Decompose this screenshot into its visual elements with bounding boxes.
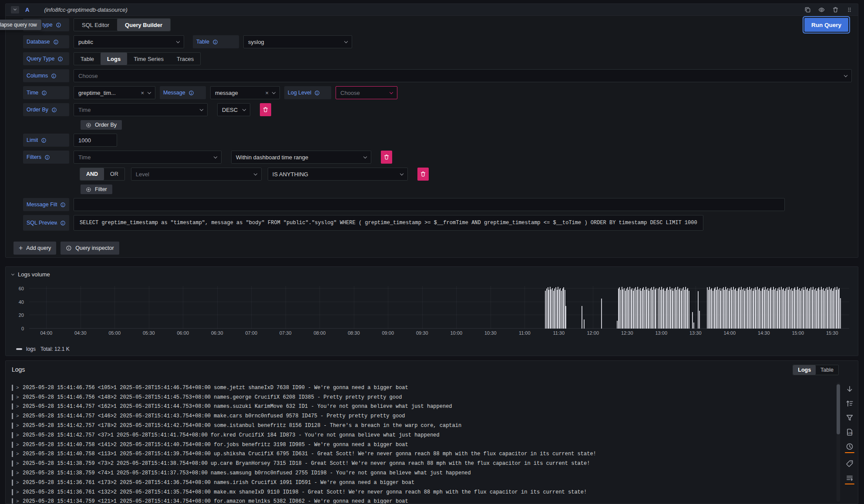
scroll-to-bottom-icon[interactable] bbox=[846, 385, 854, 393]
order-direction-select[interactable]: DESC bbox=[217, 103, 250, 116]
collapse-query-row-button[interactable] bbox=[11, 6, 19, 13]
filter-field-select[interactable]: Time bbox=[74, 151, 222, 164]
condition-operator-select[interactable]: IS ANYTHING bbox=[268, 168, 408, 181]
option-traces[interactable]: Traces bbox=[170, 53, 200, 65]
x-tick-label: 12:30 bbox=[621, 330, 633, 336]
log-row[interactable]: >2025-05-28 15:41:46.756 <105>1 2025-05-… bbox=[12, 383, 830, 393]
clear-icon[interactable]: × bbox=[141, 90, 144, 96]
option-time-series[interactable]: Time Series bbox=[127, 53, 170, 65]
filter-macro-select[interactable]: Within dashboard time range bbox=[231, 151, 371, 164]
info-icon[interactable] bbox=[51, 73, 57, 79]
message-column-select[interactable]: message × bbox=[210, 86, 280, 99]
option-sql-editor[interactable]: SQL Editor bbox=[74, 19, 117, 31]
log-row[interactable]: >2025-05-28 15:41:34.759 <121>1 2025-05-… bbox=[12, 497, 830, 504]
expand-log-row-icon[interactable]: > bbox=[16, 404, 20, 409]
collapse-panel-icon[interactable] bbox=[11, 272, 14, 275]
gridline-vertical bbox=[217, 286, 218, 329]
logs-volume-header: Logs volume bbox=[6, 267, 858, 278]
database-select[interactable]: public bbox=[74, 35, 184, 48]
option-logs[interactable]: Logs bbox=[793, 365, 816, 375]
filter-icon[interactable] bbox=[846, 414, 854, 422]
info-icon[interactable] bbox=[56, 22, 61, 28]
expand-log-row-icon[interactable]: > bbox=[16, 480, 20, 485]
gridline-vertical bbox=[524, 286, 525, 329]
expand-log-row-icon[interactable]: > bbox=[16, 423, 20, 428]
expand-log-row-icon[interactable]: > bbox=[16, 470, 20, 476]
expand-log-row-icon[interactable]: > bbox=[16, 451, 20, 457]
info-icon[interactable] bbox=[188, 90, 194, 96]
info-icon[interactable] bbox=[314, 90, 320, 96]
legend-series-name[interactable]: logs bbox=[26, 346, 36, 352]
order-by-field-select[interactable]: Time bbox=[74, 103, 208, 116]
option-table[interactable]: Table bbox=[74, 53, 101, 65]
condition-field-select[interactable]: Level bbox=[131, 168, 262, 181]
log-row[interactable]: >2025-05-28 15:41:38.759 <73>2 2025-05-2… bbox=[12, 459, 830, 468]
remove-filter-button[interactable] bbox=[381, 151, 392, 164]
expand-log-row-icon[interactable]: > bbox=[16, 433, 20, 438]
log-row[interactable]: >2025-05-28 15:41:44.757 <162>1 2025-05-… bbox=[12, 402, 830, 412]
log-details-icon[interactable]: LOG bbox=[846, 428, 854, 436]
info-icon[interactable] bbox=[57, 56, 63, 62]
info-icon[interactable] bbox=[41, 90, 47, 96]
query-inspector-button[interactable]: Query inspector bbox=[61, 242, 119, 255]
option-query-builder[interactable]: Query Builder bbox=[117, 19, 170, 31]
toolbar-item bbox=[846, 385, 854, 393]
info-icon[interactable] bbox=[53, 39, 59, 45]
remove-order-by-button[interactable] bbox=[260, 103, 271, 116]
gridline-vertical bbox=[81, 286, 81, 329]
message-filter-input[interactable] bbox=[74, 198, 785, 211]
add-filter-button[interactable]: Filter bbox=[81, 185, 112, 194]
expand-log-row-icon[interactable]: > bbox=[16, 385, 20, 390]
expand-log-row-icon[interactable]: > bbox=[16, 413, 20, 419]
time-column-select[interactable]: greptime_tim... × bbox=[74, 86, 155, 99]
columns-select[interactable]: Choose bbox=[74, 69, 852, 82]
expand-log-row-icon[interactable]: > bbox=[16, 499, 20, 504]
option-logs[interactable]: Logs bbox=[101, 53, 127, 65]
log-row[interactable]: >2025-05-28 15:41:44.757 <146>2 2025-05-… bbox=[12, 411, 830, 421]
remove-condition-button[interactable] bbox=[417, 168, 429, 181]
info-icon[interactable] bbox=[212, 39, 218, 45]
info-icon[interactable] bbox=[41, 138, 47, 143]
expand-log-row-icon[interactable]: > bbox=[16, 461, 20, 466]
circle-plus-icon bbox=[86, 187, 91, 192]
log-row[interactable]: >2025-05-28 15:41:40.758 <141>2 2025-05-… bbox=[12, 440, 830, 450]
log-line-text: 2025-05-28 15:41:46.756 <148>2 2025-05-2… bbox=[23, 394, 402, 400]
info-icon[interactable] bbox=[44, 155, 50, 160]
log-row[interactable]: >2025-05-28 15:41:36.761 <132>2 2025-05-… bbox=[12, 487, 830, 497]
chevron-down-icon bbox=[254, 171, 257, 175]
log-row[interactable]: >2025-05-28 15:41:38.759 <74>1 2025-05-2… bbox=[12, 468, 830, 478]
query-ref-id[interactable]: A bbox=[25, 7, 29, 13]
limit-input[interactable]: 1000 bbox=[74, 134, 117, 147]
log-row[interactable]: >2025-05-28 15:41:42.757 <178>2 2025-05-… bbox=[12, 421, 830, 430]
expand-log-row-icon[interactable]: > bbox=[16, 395, 20, 400]
log-row[interactable]: >2025-05-28 15:41:46.756 <148>2 2025-05-… bbox=[12, 393, 830, 402]
drag-handle-icon[interactable] bbox=[846, 7, 853, 13]
info-icon[interactable] bbox=[60, 202, 66, 208]
remove-query-icon[interactable] bbox=[832, 7, 839, 13]
table-select[interactable]: syslog bbox=[243, 35, 352, 48]
info-icon[interactable] bbox=[60, 220, 66, 226]
add-query-button[interactable]: + Add query bbox=[13, 242, 56, 255]
option-or[interactable]: OR bbox=[104, 168, 124, 180]
unique-labels-icon[interactable] bbox=[846, 460, 854, 467]
run-query-button[interactable]: Run Query bbox=[804, 18, 848, 32]
logs-scrollbar-thumb[interactable] bbox=[837, 384, 840, 434]
duplicate-query-icon[interactable] bbox=[804, 7, 811, 13]
log-row[interactable]: >2025-05-28 15:41:42.757 <37>1 2025-05-2… bbox=[12, 430, 830, 440]
log-level-select[interactable]: Choose bbox=[336, 86, 397, 99]
columns-row: Columns Choose bbox=[23, 69, 853, 82]
log-row[interactable]: >2025-05-28 15:41:40.758 <113>1 2025-05-… bbox=[12, 450, 830, 459]
add-order-by-button[interactable]: Order By bbox=[81, 120, 122, 130]
log-row[interactable]: >2025-05-28 15:41:36.761 <173>2 2025-05-… bbox=[12, 478, 830, 487]
option-table[interactable]: Table bbox=[816, 365, 838, 375]
option-and[interactable]: AND bbox=[80, 168, 104, 180]
expand-log-row-icon[interactable]: > bbox=[16, 490, 20, 495]
sort-logs-icon[interactable] bbox=[846, 400, 854, 407]
expand-log-row-icon[interactable]: > bbox=[16, 442, 20, 447]
info-icon[interactable] bbox=[51, 107, 57, 113]
svg-text:LOG: LOG bbox=[848, 432, 853, 434]
show-time-icon[interactable] bbox=[846, 443, 854, 450]
hide-response-icon[interactable] bbox=[818, 7, 825, 13]
wrap-lines-icon[interactable] bbox=[846, 474, 854, 482]
clear-icon[interactable]: × bbox=[265, 90, 269, 96]
